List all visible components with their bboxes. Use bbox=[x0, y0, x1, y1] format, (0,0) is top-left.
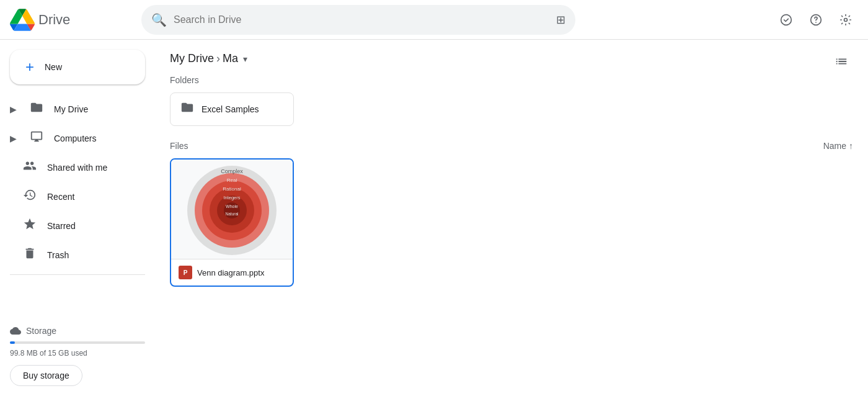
view-toggle-button[interactable] bbox=[830, 50, 853, 76]
shared-icon bbox=[22, 159, 37, 176]
topbar: Drive 🔍 ⊞ bbox=[0, 0, 868, 40]
help-icon bbox=[810, 14, 822, 26]
storage-bar-fill bbox=[10, 341, 15, 344]
sidebar-divider bbox=[10, 274, 145, 275]
file-thumbnail: Complex Real Rational Integers Whole Nat… bbox=[171, 160, 293, 259]
drive-logo-icon bbox=[10, 7, 35, 32]
computers-label: Computers bbox=[54, 133, 96, 143]
folders-section: Folders Excel Samples bbox=[170, 75, 853, 126]
breadcrumb-dropdown-icon[interactable]: ▾ bbox=[243, 54, 247, 64]
files-section-title: Files bbox=[170, 141, 188, 151]
folder-icon bbox=[180, 101, 194, 118]
app-name: Drive bbox=[38, 12, 70, 28]
check-circle-icon bbox=[780, 14, 792, 26]
files-grid: Complex Real Rational Integers Whole Nat… bbox=[170, 158, 853, 287]
cloud-icon bbox=[10, 325, 21, 336]
svg-text:Complex: Complex bbox=[221, 168, 243, 174]
folder-name: Excel Samples bbox=[202, 104, 259, 114]
file-card-venn[interactable]: Complex Real Rational Integers Whole Nat… bbox=[170, 158, 294, 287]
recent-icon bbox=[22, 188, 37, 205]
storage-bar-background bbox=[10, 341, 145, 344]
settings-icon bbox=[839, 14, 852, 26]
files-section: Files Name ↑ bbox=[170, 141, 853, 287]
search-input[interactable] bbox=[141, 5, 575, 35]
breadcrumb: My Drive › Ma ▾ bbox=[170, 40, 853, 75]
settings-button[interactable] bbox=[833, 7, 858, 32]
computers-expand-icon: ▶ bbox=[10, 133, 17, 143]
search-icon: 🔍 bbox=[151, 12, 167, 27]
trash-label: Trash bbox=[47, 250, 69, 260]
folder-item-excel-samples[interactable]: Excel Samples bbox=[170, 92, 294, 126]
logo-area: Drive bbox=[10, 7, 134, 32]
svg-text:Natural: Natural bbox=[226, 212, 239, 216]
plus-icon: + bbox=[22, 60, 37, 74]
svg-text:Real: Real bbox=[227, 178, 237, 183]
shared-label: Shared with me bbox=[47, 163, 107, 173]
topbar-actions bbox=[774, 7, 858, 32]
search-filter-icon[interactable]: ⊞ bbox=[556, 13, 565, 27]
recent-label: Recent bbox=[47, 192, 74, 202]
new-button-label: New bbox=[45, 62, 62, 72]
list-view-icon bbox=[835, 55, 848, 68]
search-bar: 🔍 ⊞ bbox=[141, 5, 575, 35]
starred-label: Starred bbox=[47, 221, 76, 231]
trash-icon bbox=[22, 246, 37, 263]
svg-text:Integers: Integers bbox=[223, 195, 240, 200]
sidebar: + New ▶ My Drive ▶ Computers Shared with… bbox=[0, 40, 155, 396]
venn-diagram-preview: Complex Real Rational Integers Whole Nat… bbox=[182, 160, 281, 259]
svg-text:Rational: Rational bbox=[223, 186, 241, 192]
main-layout: + New ▶ My Drive ▶ Computers Shared with… bbox=[0, 40, 868, 396]
folders-section-header: Folders bbox=[170, 75, 853, 85]
sort-button[interactable]: Name ↑ bbox=[823, 141, 853, 151]
sidebar-item-computers[interactable]: ▶ Computers bbox=[0, 124, 145, 153]
files-section-header: Files Name ↑ bbox=[170, 141, 853, 151]
file-name: Venn diagram.pptx bbox=[197, 268, 264, 277]
my-drive-expand-icon: ▶ bbox=[10, 104, 17, 114]
computers-icon bbox=[29, 130, 44, 146]
file-type-label: P bbox=[184, 269, 188, 276]
sidebar-item-shared[interactable]: Shared with me bbox=[0, 153, 145, 182]
svg-point-2 bbox=[815, 22, 817, 23]
file-type-icon: P bbox=[179, 266, 192, 279]
storage-used-text: 99.8 MB of 15 GB used bbox=[10, 349, 145, 358]
my-drive-folder-icon bbox=[29, 101, 44, 117]
storage-section: Storage 99.8 MB of 15 GB used Buy storag… bbox=[0, 315, 155, 391]
sidebar-item-trash[interactable]: Trash bbox=[0, 240, 145, 269]
breadcrumb-chevron-icon: › bbox=[216, 52, 220, 65]
sidebar-item-recent[interactable]: Recent bbox=[0, 182, 145, 211]
storage-label: Storage bbox=[10, 325, 145, 336]
sidebar-item-starred[interactable]: Starred bbox=[0, 211, 145, 240]
folders-section-title: Folders bbox=[170, 75, 199, 85]
buy-storage-button[interactable]: Buy storage bbox=[10, 365, 82, 386]
sort-label: Name bbox=[823, 141, 846, 151]
breadcrumb-root[interactable]: My Drive bbox=[170, 52, 214, 65]
sort-direction-icon: ↑ bbox=[849, 141, 853, 151]
status-check-button[interactable] bbox=[774, 7, 799, 32]
help-button[interactable] bbox=[804, 7, 828, 32]
new-button[interactable]: + New bbox=[10, 50, 145, 84]
starred-icon bbox=[22, 217, 37, 234]
breadcrumb-current: Ma bbox=[223, 52, 238, 65]
content-area: My Drive › Ma ▾ Folders Excel Samples Fi… bbox=[155, 40, 868, 396]
my-drive-label: My Drive bbox=[54, 104, 88, 114]
file-info: P Venn diagram.pptx bbox=[171, 259, 293, 286]
svg-point-3 bbox=[844, 18, 848, 21]
svg-point-0 bbox=[781, 14, 792, 25]
svg-text:Whole: Whole bbox=[226, 204, 238, 209]
sidebar-item-my-drive[interactable]: ▶ My Drive bbox=[0, 94, 145, 124]
